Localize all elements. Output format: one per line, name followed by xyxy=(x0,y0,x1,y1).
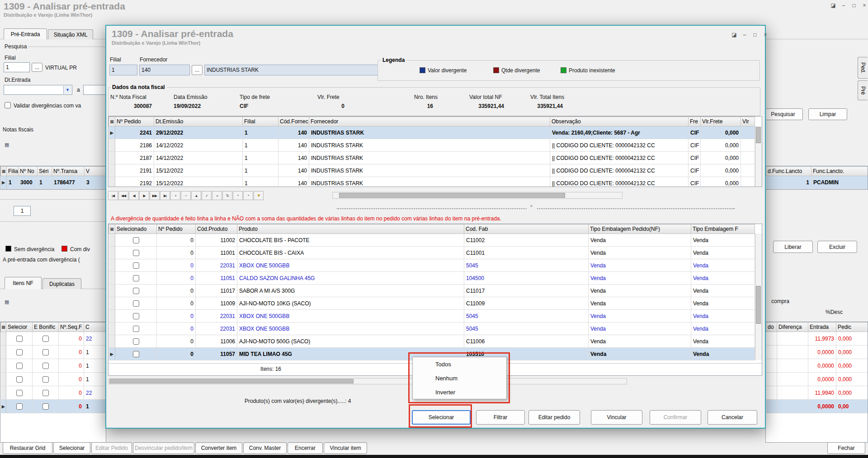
shade-icon[interactable]: ◪ xyxy=(830,2,837,9)
modal-filial-input[interactable]: 1 xyxy=(109,65,137,75)
bookmark-icon[interactable]: * xyxy=(233,191,243,200)
restaurar-grid-button[interactable]: Restaurar Grid xyxy=(3,442,52,454)
grid-row[interactable]: ▶13000117864773 xyxy=(1,176,106,189)
grid-row[interactable]: 219215/12/20221140INDUSTRIAS STARK|| COD… xyxy=(109,177,755,187)
delete-record-icon[interactable]: − xyxy=(181,191,191,200)
grid-row[interactable]: 011002CHOCOLATE BIS - PACOTEC11002VendaV… xyxy=(109,234,755,247)
fechar-button[interactable]: Fechar xyxy=(827,442,865,454)
maximize-icon[interactable]: □ xyxy=(751,31,759,38)
tab-pre-entrada[interactable]: Pré-Entrada xyxy=(4,28,47,39)
column-header[interactable]: Fre xyxy=(689,117,701,126)
grid-row[interactable]: 1PCADMIN xyxy=(766,176,868,189)
scrollbar-thumb[interactable] xyxy=(756,286,761,324)
column-header[interactable]: Filial xyxy=(243,117,278,126)
scrollbar-thumb[interactable] xyxy=(339,193,565,198)
filter-icon[interactable]: ▼ xyxy=(254,191,264,200)
grid-row[interactable]: 0,00000,000 xyxy=(766,346,868,359)
horizontal-scrollbar[interactable] xyxy=(108,378,627,384)
column-header[interactable]: Observação xyxy=(550,117,689,126)
grid-row[interactable]: 011051CALDO SAZON GALINHA 45G104500Venda… xyxy=(109,272,755,285)
grid-row[interactable]: 022 xyxy=(1,386,106,400)
column-header[interactable]: Nº Pedido xyxy=(157,224,196,234)
column-header[interactable]: Cod. Fab xyxy=(464,224,589,234)
maximize-icon[interactable]: □ xyxy=(850,2,858,9)
grid-row[interactable]: ▶01 xyxy=(1,400,106,413)
row-checkbox[interactable] xyxy=(42,403,49,410)
column-header[interactable]: V xyxy=(85,167,106,176)
minimize-icon[interactable]: – xyxy=(741,31,748,38)
horizontal-scrollbar[interactable] xyxy=(332,192,623,199)
grid-row[interactable]: 011006AJI-NO-MOTO 500G (SACO)C11006Venda… xyxy=(109,335,755,348)
editar-pedido-button[interactable]: Editar pedido xyxy=(528,410,580,425)
column-header[interactable]: Nº.Transa xyxy=(52,167,85,176)
menu-item-nenhum[interactable]: Nenhum xyxy=(413,371,506,385)
minimize-icon[interactable]: – xyxy=(840,2,847,9)
grid-row[interactable]: 022031XBOX ONE 500GBB5045VendaVenda xyxy=(109,259,755,272)
grid-row[interactable]: 0,00000,000 xyxy=(766,359,868,373)
grid-row[interactable]: 011017SABOR A MI A/S 300GC11017VendaVend… xyxy=(109,285,755,297)
column-header[interactable]: Nº Pedido xyxy=(115,117,154,126)
row-checkbox[interactable] xyxy=(16,336,23,342)
row-checkbox[interactable] xyxy=(42,376,49,383)
close-icon[interactable]: × xyxy=(861,2,868,9)
cancel-edit-icon[interactable]: × xyxy=(212,191,222,200)
prior-record-icon[interactable]: ◀ xyxy=(129,191,139,200)
selecionar-button[interactable]: Selecionar xyxy=(412,410,471,425)
column-header[interactable]: Fornecedor xyxy=(309,117,550,126)
column-header[interactable]: Pedic xyxy=(836,322,868,332)
column-header[interactable]: ▦ xyxy=(1,322,6,332)
tab-situacao-xml[interactable]: Situação XML xyxy=(48,29,93,39)
close-icon[interactable]: × xyxy=(762,31,769,38)
row-checkbox[interactable] xyxy=(16,349,23,355)
row-checkbox[interactable] xyxy=(133,237,139,243)
insert-record-icon[interactable]: + xyxy=(170,191,180,200)
side-tab-ped[interactable]: Ped. xyxy=(858,57,868,79)
column-header[interactable]: Nº No xyxy=(19,167,38,176)
grid-row[interactable]: 022031XBOX ONE 500GBB5045VendaVenda xyxy=(109,310,755,322)
cancelar-button[interactable]: Cancelar xyxy=(708,410,757,425)
grid-row[interactable]: 01 xyxy=(1,346,106,359)
filtrar-button[interactable]: Filtrar xyxy=(476,410,525,425)
row-checkbox[interactable] xyxy=(133,250,139,256)
row-checkbox[interactable] xyxy=(16,376,23,383)
grid-row[interactable]: 01 xyxy=(1,359,106,373)
row-checkbox[interactable] xyxy=(133,338,139,345)
menu-item-inverter[interactable]: Inverter xyxy=(413,385,506,399)
vincular-item-button[interactable]: Vincular item xyxy=(324,442,367,454)
side-tab-pre[interactable]: Pré xyxy=(858,80,868,100)
row-checkbox[interactable] xyxy=(133,262,139,269)
column-header[interactable]: Cód.Produto xyxy=(196,224,237,234)
row-checkbox[interactable] xyxy=(42,363,49,369)
splitter-collapse-icon[interactable]: ^ xyxy=(527,205,536,210)
grid-row[interactable]: 219115/12/20221140INDUSTRIAS STARK|| COD… xyxy=(109,164,755,177)
column-header[interactable]: do xyxy=(766,322,777,332)
limpar-button[interactable]: Limpar xyxy=(808,108,847,120)
row-checkbox[interactable] xyxy=(133,288,139,294)
edit-record-icon[interactable]: ▲ xyxy=(191,191,201,200)
column-header[interactable]: Vlr xyxy=(741,117,755,126)
row-checkbox[interactable] xyxy=(16,363,23,369)
pesquisar-button[interactable]: Pesquisar xyxy=(763,108,803,120)
column-header[interactable]: d.Func.Lancto xyxy=(766,167,811,176)
grid-row[interactable]: 011009AJI-NO-MOTO 10KG (SACO)C11009Venda… xyxy=(109,297,755,310)
modal-fornecedor-input[interactable]: 140 xyxy=(139,65,190,75)
grid-row[interactable]: 218714/12/20221140INDUSTRIAS STARK|| COD… xyxy=(109,152,755,164)
column-header[interactable]: Cód.Fornec. xyxy=(278,117,309,126)
row-checkbox[interactable] xyxy=(42,349,49,355)
validar-checkbox[interactable] xyxy=(5,102,11,108)
grid-row[interactable]: 011001CHOCOLATE BIS - CAIXAC11001VendaVe… xyxy=(109,247,755,259)
column-header[interactable]: ▦ xyxy=(1,167,7,176)
row-checkbox[interactable] xyxy=(133,313,139,319)
column-header[interactable]: Séri xyxy=(38,167,52,176)
tab-itens-nf[interactable]: Itens NF xyxy=(5,277,42,289)
column-header[interactable]: Filia xyxy=(7,167,19,176)
encerrar-button[interactable]: Encerrar xyxy=(288,442,323,454)
selecionar-main-button[interactable]: Selecionar xyxy=(53,442,90,454)
row-checkbox[interactable] xyxy=(133,351,139,357)
scrollbar-thumb[interactable] xyxy=(756,127,761,143)
column-header[interactable]: E Bonific xyxy=(33,322,59,332)
tab-duplicatas[interactable]: Duplicatas xyxy=(42,278,81,289)
menu-item-todos[interactable]: Todos xyxy=(413,357,506,371)
column-header[interactable]: ▦ xyxy=(109,224,115,234)
grid-row[interactable]: 0,00000,00 xyxy=(766,400,868,413)
